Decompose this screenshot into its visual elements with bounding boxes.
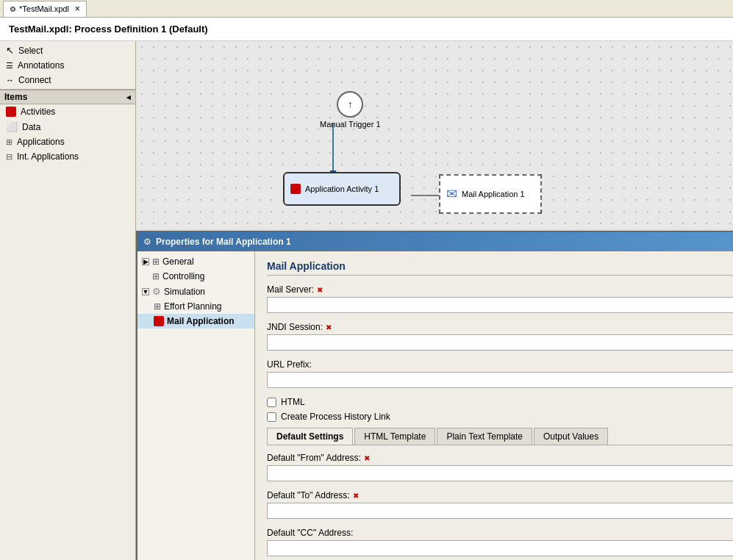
history-checkbox-row: Create Process History Link (267, 412, 733, 422)
activity-box[interactable]: Application Activity 1 (283, 172, 401, 206)
left-panel: ↖ Select ☰ Annotations ↔ Connect Items ◂… (0, 41, 136, 560)
controlling-icon: ⊞ (152, 271, 160, 281)
controlling-label: Controlling (162, 271, 204, 281)
html-label: HTML (281, 397, 305, 407)
trigger-node[interactable]: ↑ Manual Trigger 1 (320, 91, 381, 129)
toolbar-select[interactable]: ↖ Select (0, 43, 135, 58)
to-required: ✖ (353, 492, 359, 500)
simulation-expand[interactable]: ▼ (142, 288, 149, 295)
dialog-body: ▶ ⊞ General ⊞ Controlling ▼ (137, 251, 733, 560)
trigger-icon: ↑ (348, 98, 353, 110)
cc-address-label: Default "CC" Address: (267, 528, 733, 538)
tab-plain-text[interactable]: Plain Text Template (437, 428, 532, 445)
toolbar-section-top: ↖ Select ☰ Annotations ↔ Connect (0, 41, 135, 90)
cursor-icon: ↖ (6, 45, 14, 56)
toolbar-annotations[interactable]: ☰ Annotations (0, 58, 135, 73)
tab-output-values[interactable]: Output Values (534, 428, 608, 445)
mail-app-box[interactable]: ✉ Mail Application 1 (439, 174, 542, 214)
tab-close-button[interactable]: × (75, 4, 80, 14)
tree-item-effort-planning[interactable]: ⊞ Effort Planning (137, 299, 254, 314)
activity-node[interactable]: Application Activity 1 (283, 172, 401, 206)
jndi-session-label: JNDI Session: ✖ (267, 322, 733, 332)
tab-file-icon: ⚙ (10, 5, 16, 13)
url-prefix-input[interactable] (267, 372, 733, 388)
dialog-tree: ▶ ⊞ General ⊞ Controlling ▼ (137, 251, 255, 560)
section-activities[interactable]: Activities (0, 104, 135, 119)
section-applications[interactable]: ⊞ Applications (0, 134, 135, 149)
mail-app-tree-icon (154, 316, 164, 326)
url-prefix-field: URL Prefix: (267, 359, 733, 388)
section-int-applications[interactable]: ⊟ Int. Applications (0, 149, 135, 164)
dialog-title: Properties for Mail Application 1 (156, 237, 291, 247)
jndi-session-field: JNDI Session: ✖ (267, 322, 733, 351)
history-checkbox[interactable] (267, 412, 276, 422)
tree-item-controlling[interactable]: ⊞ Controlling (137, 269, 254, 284)
toolbar-connect[interactable]: ↔ Connect (0, 73, 135, 87)
jndi-required: ✖ (326, 323, 332, 331)
inner-tabs: Default Settings HTML Template Plain Tex… (267, 428, 733, 445)
apps-icon: ⊞ (6, 137, 12, 147)
general-icon: ⊞ (152, 256, 160, 267)
main-area: TestMail.xpdl: Process Definition 1 (Def… (0, 18, 733, 560)
simulation-icon: ⚙ (152, 286, 161, 297)
dialog-section-title: Mail Application (267, 260, 733, 276)
to-address-label: Default "To" Address: ✖ (267, 490, 733, 500)
dialog-overlay: ⚙ Properties for Mail Application 1 _ □ … (136, 231, 733, 560)
tree-item-mail-application[interactable]: Mail Application (137, 314, 254, 329)
dialog-title-icon: ⚙ (143, 237, 151, 247)
activity-icon (290, 184, 301, 194)
data-icon: ⬜ (6, 121, 18, 132)
int-apps-icon: ⊟ (6, 152, 12, 162)
tab-html-template[interactable]: HTML Template (354, 428, 435, 445)
trigger-circle[interactable]: ↑ (337, 91, 363, 118)
annotation-icon: ☰ (6, 61, 13, 71)
tab-default-settings[interactable]: Default Settings (267, 428, 353, 445)
editor-title: TestMail.xpdl: Process Definition 1 (Def… (0, 18, 733, 41)
properties-dialog: ⚙ Properties for Mail Application 1 _ □ … (136, 231, 733, 560)
section-data[interactable]: ⬜ Data (0, 119, 135, 134)
dialog-titlebar: ⚙ Properties for Mail Application 1 _ □ … (137, 232, 733, 251)
cc-address-field: Default "CC" Address: (267, 528, 733, 556)
trigger-label: Manual Trigger 1 (320, 120, 381, 129)
items-section-header: Items ◂ (0, 90, 135, 104)
from-required: ✖ (364, 454, 370, 462)
tree-item-simulation[interactable]: ▼ ⚙ Simulation (137, 284, 254, 299)
items-expand-icon[interactable]: ◂ (126, 93, 131, 102)
mail-server-field: Mail Server: ✖ (267, 284, 733, 313)
from-address-label: Default "From" Address: ✖ (267, 453, 733, 463)
from-address-field: Default "From" Address: ✖ (267, 453, 733, 481)
general-expand[interactable]: ▶ (142, 258, 149, 265)
html-checkbox[interactable] (267, 398, 276, 407)
simulation-label: Simulation (164, 287, 205, 297)
connect-icon: ↔ (6, 76, 14, 85)
activities-icon (6, 107, 16, 117)
mail-server-input[interactable] (267, 297, 733, 313)
tab-bar: ⚙ *TestMail.xpdl × (0, 0, 733, 18)
mail-server-required: ✖ (317, 286, 323, 294)
mail-server-label: Mail Server: ✖ (267, 284, 733, 295)
mail-app-label: Mail Application 1 (462, 189, 525, 199)
mail-app-tree-label: Mail Application (167, 316, 235, 326)
cc-address-input[interactable] (267, 540, 733, 556)
mail-app-node[interactable]: ✉ Mail Application 1 (439, 174, 542, 214)
tree-item-general[interactable]: ▶ ⊞ General (137, 254, 254, 269)
general-label: General (162, 256, 194, 267)
to-address-field: Default "To" Address: ✖ (267, 490, 733, 519)
dialog-content: Mail Application Mail Server: ✖ (255, 251, 733, 560)
mail-app-icon: ✉ (446, 186, 457, 202)
history-label: Create Process History Link (281, 412, 390, 422)
tab-label: *TestMail.xpdl (19, 4, 69, 13)
canvas-area[interactable]: ↑ Manual Trigger 1 Application Activity … (136, 41, 733, 560)
to-address-input[interactable] (267, 503, 733, 519)
html-checkbox-row: HTML (267, 397, 733, 407)
effort-label: Effort Planning (164, 301, 222, 312)
activity-label: Application Activity 1 (305, 184, 379, 194)
url-prefix-label: URL Prefix: (267, 359, 733, 370)
tab-testmail[interactable]: ⚙ *TestMail.xpdl × (3, 1, 87, 17)
editor-body: ↖ Select ☰ Annotations ↔ Connect Items ◂… (0, 41, 733, 560)
jndi-input[interactable] (267, 334, 733, 351)
from-address-input[interactable] (267, 465, 733, 481)
effort-icon: ⊞ (154, 301, 161, 312)
